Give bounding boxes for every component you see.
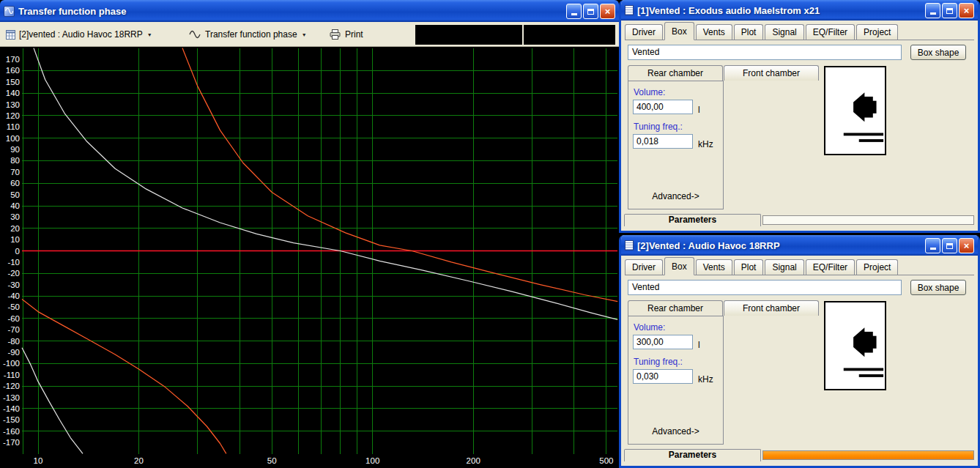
window-title: [2]Vented : Audio Havoc 18RRP: [637, 240, 921, 251]
tab-plot[interactable]: Plot: [734, 259, 764, 275]
graph-type-selector[interactable]: Transfer function phase ▼: [189, 26, 307, 43]
print-button[interactable]: Print: [330, 26, 363, 43]
box-shape-button[interactable]: Box shape: [910, 45, 966, 60]
chamber-panel: Volume: l Tuning freq.: kHz Advanced->: [628, 316, 724, 445]
svg-text:-20: -20: [7, 269, 20, 278]
tuning-freq-label: Tuning freq.:: [634, 122, 683, 132]
box-shape-button[interactable]: Box shape: [910, 280, 966, 295]
tab-box[interactable]: Box: [664, 257, 694, 275]
volume-unit: l: [698, 105, 700, 115]
transfer-function-phase-window: Transfer function phase × [2]vented : Au…: [0, 0, 619, 468]
svg-text:0: 0: [15, 247, 20, 256]
svg-text:160: 160: [6, 66, 20, 75]
document-icon: [625, 5, 634, 15]
project-selector[interactable]: [2]vented : Audio Havoc 18RRP ▼: [19, 26, 152, 43]
vent-line: [844, 368, 883, 371]
vent-line: [859, 374, 883, 377]
print-label: Print: [345, 29, 363, 40]
svg-text:-70: -70: [7, 325, 20, 334]
close-button[interactable]: ×: [600, 4, 615, 19]
svg-text:50: 50: [10, 190, 20, 199]
close-button[interactable]: ×: [959, 3, 974, 18]
tab-vents[interactable]: Vents: [696, 24, 732, 40]
svg-text:30: 30: [10, 212, 20, 221]
tab-bar: DriverBoxVentsPlotSignalEQ/FilterProject: [625, 23, 974, 40]
parameters-tab[interactable]: Parameters: [624, 449, 761, 461]
tab-eq-filter[interactable]: EQ/Filter: [806, 259, 855, 275]
minimize-button[interactable]: [566, 4, 582, 19]
tab-project[interactable]: Project: [856, 259, 898, 275]
svg-text:-110: -110: [4, 371, 20, 379]
minimize-icon: [930, 248, 936, 250]
svg-text:-80: -80: [7, 337, 20, 346]
svg-text:140: 140: [6, 89, 20, 97]
display-panel-1: [415, 25, 522, 45]
parameters-tab[interactable]: Parameters: [624, 214, 761, 226]
tab-plot[interactable]: Plot: [734, 24, 764, 40]
box-type-field[interactable]: Vented: [628, 280, 902, 295]
app-icon: [4, 6, 15, 17]
vent-line: [844, 133, 883, 135]
minimize-icon: [571, 13, 577, 15]
close-button[interactable]: ×: [959, 238, 974, 253]
advanced-button[interactable]: Advanced->: [628, 426, 723, 437]
maximize-icon: [587, 9, 594, 15]
tuning-freq-input[interactable]: [633, 134, 693, 149]
svg-text:80: 80: [10, 156, 20, 165]
graph-selector-label: Transfer function phase: [205, 29, 297, 40]
svg-text:-40: -40: [7, 291, 20, 300]
chamber-panel: Volume: l Tuning freq.: kHz Advanced->: [628, 81, 724, 209]
svg-text:-60: -60: [7, 314, 20, 323]
volume-label: Volume:: [634, 322, 665, 333]
tab-signal[interactable]: Signal: [765, 259, 803, 275]
volume-input[interactable]: [633, 335, 693, 349]
phase-plot[interactable]: 1701601501401301201101009080706050403020…: [0, 47, 619, 468]
window-title: Transfer function phase: [18, 6, 563, 17]
plot-toolbar: [2]vented : Audio Havoc 18RRP ▼ Transfer…: [0, 22, 619, 47]
advanced-button[interactable]: Advanced->: [628, 191, 723, 201]
svg-text:130: 130: [6, 100, 20, 109]
maximize-button[interactable]: [583, 4, 598, 19]
minimize-button[interactable]: [925, 238, 940, 253]
volume-label: Volume:: [634, 87, 665, 97]
volume-input[interactable]: [633, 100, 693, 114]
phase-plot-svg: 1701601501401301201101009080706050403020…: [0, 47, 619, 468]
chamber-tab-front-chamber[interactable]: Front chamber: [724, 65, 819, 81]
tab-driver[interactable]: Driver: [625, 259, 663, 275]
svg-text:20: 20: [10, 224, 20, 233]
box-type-field[interactable]: Vented: [628, 45, 902, 60]
maximize-button[interactable]: [942, 238, 957, 253]
chamber-tab-front-chamber[interactable]: Front chamber: [724, 300, 819, 316]
table-icon: [6, 26, 15, 43]
project-window-2: [2]Vented : Audio Havoc 18RRP × DriverBo…: [619, 235, 980, 468]
tuning-freq-input[interactable]: [633, 369, 693, 384]
parameters-progress-fill: [763, 451, 973, 459]
titlebar[interactable]: [2]Vented : Audio Havoc 18RRP ×: [621, 235, 978, 256]
svg-text:100: 100: [365, 456, 379, 465]
maximize-icon: [946, 243, 953, 249]
chamber-tab-rear-chamber[interactable]: Rear chamber: [628, 300, 723, 316]
project-window-1: [1]Vented : Exodus audio Maelstrom x21 ×…: [619, 0, 980, 233]
tab-vents[interactable]: Vents: [696, 259, 732, 275]
tab-box[interactable]: Box: [664, 22, 694, 40]
chamber-tab-rear-chamber[interactable]: Rear chamber: [628, 65, 723, 81]
tab-eq-filter[interactable]: EQ/Filter: [806, 24, 855, 40]
tab-project[interactable]: Project: [856, 24, 898, 40]
titlebar[interactable]: [1]Vented : Exodus audio Maelstrom x21 ×: [621, 0, 978, 21]
box-diagram: [824, 301, 886, 390]
tuning-freq-unit: kHz: [698, 139, 713, 149]
maximize-button[interactable]: [942, 3, 957, 18]
svg-text:-10: -10: [7, 258, 20, 267]
svg-text:500: 500: [599, 456, 613, 465]
tab-signal[interactable]: Signal: [765, 24, 803, 40]
svg-text:-90: -90: [7, 348, 20, 357]
svg-text:150: 150: [6, 78, 20, 86]
svg-text:-100: -100: [3, 359, 20, 368]
tab-driver[interactable]: Driver: [625, 24, 663, 40]
svg-text:10: 10: [34, 456, 43, 465]
svg-text:40: 40: [10, 201, 20, 210]
titlebar[interactable]: Transfer function phase ×: [0, 0, 619, 22]
minimize-button[interactable]: [925, 3, 940, 18]
svg-text:200: 200: [467, 456, 480, 465]
maximize-icon: [946, 8, 953, 14]
